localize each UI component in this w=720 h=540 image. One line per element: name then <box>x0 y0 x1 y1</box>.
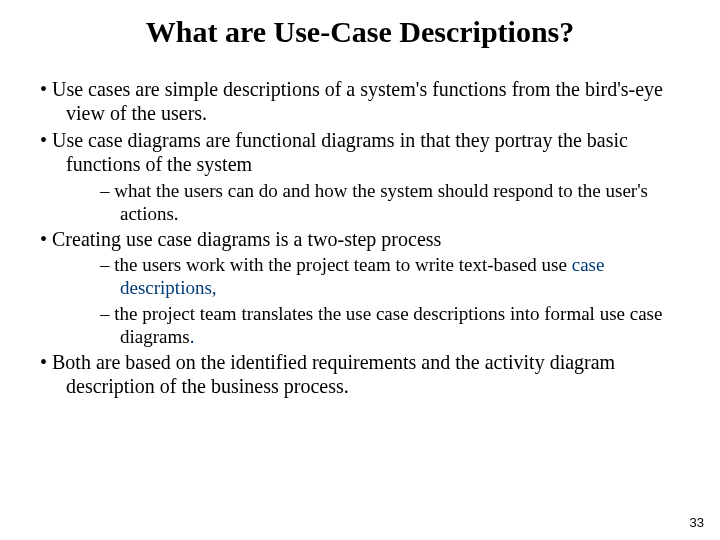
sub-bullet-list: what the users can do and how the system… <box>100 179 680 225</box>
bullet-item: Use case diagrams are functional diagram… <box>40 128 680 225</box>
bullet-item: Both are based on the identified require… <box>40 350 680 399</box>
bullet-item: Use cases are simple descriptions of a s… <box>40 77 680 126</box>
bullet-list: Use cases are simple descriptions of a s… <box>40 77 680 399</box>
slide-title: What are Use-Case Descriptions? <box>40 15 680 49</box>
accent-text: . <box>190 326 195 347</box>
sub-bullet-item: what the users can do and how the system… <box>100 179 680 225</box>
accent-text: , <box>212 277 217 298</box>
bullet-item: Creating use case diagrams is a two-step… <box>40 227 680 348</box>
slide: What are Use-Case Descriptions? Use case… <box>0 0 720 421</box>
sub-bullet-list: the users work with the project team to … <box>100 253 680 348</box>
page-number: 33 <box>690 515 704 530</box>
bullet-text: Use case diagrams are functional diagram… <box>52 129 628 175</box>
sub-bullet-item: the project team translates the use case… <box>100 302 680 348</box>
bullet-text: Creating use case diagrams is a two-step… <box>52 228 441 250</box>
sub-bullet-item: the users work with the project team to … <box>100 253 680 299</box>
